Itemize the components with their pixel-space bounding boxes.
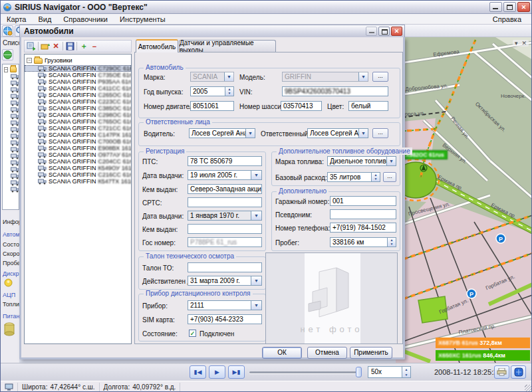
pts-field[interactable]: 78 ТС 850679 xyxy=(188,156,262,166)
skip-forward-button[interactable]: ▶▮ xyxy=(228,365,245,379)
dialog-maximize-button[interactable] xyxy=(378,27,390,36)
tree-item-vehicle[interactable]: SCANIA GRIFFINО977АУ 61rus xyxy=(25,151,131,158)
year-stepper[interactable]: 2005▲▼ xyxy=(190,86,234,96)
vehicle-name: SCANIA GRIFFIN xyxy=(49,98,96,105)
tree-expand-icon[interactable]: − xyxy=(4,67,8,72)
tree-item-vehicle[interactable]: SCANIA GRIFFINС265ОС 61rus xyxy=(25,92,131,98)
brand-select[interactable]: SCANIA▼ xyxy=(190,72,234,82)
model-browse-button[interactable]: ... xyxy=(372,72,388,82)
device-select[interactable]: 2111▼ xyxy=(188,300,262,310)
main-tree-fragment[interactable]: − xyxy=(2,64,19,210)
color-field[interactable]: белый xyxy=(348,101,388,111)
map-panel-menu-icon[interactable]: ▾ xyxy=(515,40,518,47)
ok-button[interactable]: ОК xyxy=(262,347,302,359)
spinner-arrows-icon[interactable]: ▲▼ xyxy=(371,173,380,181)
vehicle-name: SCANIA GRIFFIN xyxy=(49,118,96,125)
play-button[interactable]: ▶ xyxy=(209,365,225,379)
pts-issuer-field[interactable]: Северо-Западная акцизная т xyxy=(188,184,262,194)
tree-item-vehicle[interactable]: SCANIA GRIFFINС223СС 61rus xyxy=(25,98,131,105)
driver-select[interactable]: Лосев Сергей Анатоль▼ xyxy=(189,128,255,138)
menu-help[interactable]: Справка xyxy=(487,15,527,23)
delete-vehicle-button[interactable]: ✕ xyxy=(51,41,61,51)
tree-root-row[interactable]: − Грузовики xyxy=(27,56,131,64)
menu-tools[interactable]: Инструменты xyxy=(114,15,172,23)
add-vehicle-button[interactable] xyxy=(26,41,37,51)
ticket-field[interactable] xyxy=(188,262,262,272)
pts-date-picker[interactable]: 19 июля 2005 г.▼ xyxy=(188,170,262,180)
chassis-number-field[interactable]: 03570413 xyxy=(281,101,322,111)
spinner-arrows-icon[interactable]: ▲▼ xyxy=(225,87,233,96)
tree-item-vehicle[interactable]: SCANIA GRIFFINС735ОЕ 61rus xyxy=(25,72,131,78)
tree-item-vehicle[interactable]: SCANIA GRIFFINС700ОВ 61rus xyxy=(25,138,131,145)
menu-directories[interactable]: Справочники xyxy=(57,15,114,23)
resize-grip[interactable] xyxy=(525,385,531,391)
tree-item-vehicle[interactable]: SCANIA GRIFFINС765ОС 61rus xyxy=(25,118,131,125)
mileage-stepper[interactable]: 338166 км▲▼ xyxy=(330,237,396,247)
add-group-button[interactable]: ＋ xyxy=(78,41,89,51)
minimize-button[interactable] xyxy=(489,2,502,12)
map-mode-button[interactable] xyxy=(511,365,526,379)
tab-sensors[interactable]: Датчики и управляемые выходы xyxy=(179,40,276,52)
sim-field[interactable]: +7(903) 454-2323 xyxy=(188,314,262,324)
menu-view[interactable]: Вид xyxy=(32,15,57,23)
tree-item-vehicle[interactable]: SCANIA GRIFFINС729ОС 61rus xyxy=(25,65,131,72)
speed-spinner[interactable]: ▲▼ xyxy=(402,366,411,378)
speed-input[interactable]: 50x xyxy=(368,366,402,378)
cancel-button[interactable]: Отмена xyxy=(307,347,347,359)
phone-field[interactable]: +7(919) 784-1502 xyxy=(330,223,396,233)
valid-until-picker[interactable]: 31 марта 2009 г.▼ xyxy=(188,276,262,286)
list-globe-button[interactable] xyxy=(2,49,13,60)
map-panel[interactable]: P P Ефремова Добролюбова ул. Щорса ул. О… xyxy=(396,37,532,363)
map-panel-close-icon[interactable]: ✕ xyxy=(521,40,527,47)
parking-icon: P xyxy=(496,234,505,243)
srts-date-picker[interactable]: 1 января 1970 г.▼ xyxy=(188,211,262,221)
fuel-browse-button[interactable]: ... xyxy=(383,172,396,182)
print-track-button[interactable] xyxy=(494,365,509,379)
menu-map[interactable]: Карта xyxy=(1,15,32,23)
printer-icon xyxy=(497,368,507,376)
move-to-group-button[interactable] xyxy=(40,41,51,51)
tree-item-vehicle[interactable]: SCANIA GRIFFINК547ТХ 161rus xyxy=(25,178,131,185)
tree-item-vehicle[interactable]: SCANIA GRIFFINС147РХ 161rus xyxy=(25,132,131,138)
restore-button[interactable] xyxy=(503,2,516,12)
spinner-arrows-icon[interactable]: ▲▼ xyxy=(387,238,396,246)
tree-item-vehicle[interactable]: SCANIA GRIFFINС721СС 61rus xyxy=(25,125,131,132)
tree-collapse-icon[interactable]: − xyxy=(27,58,32,63)
srts-issuer-field[interactable] xyxy=(188,224,262,234)
persons-browse-button[interactable]: ... xyxy=(372,128,388,138)
srts-field[interactable] xyxy=(188,197,262,207)
tab-vehicle[interactable]: Автомобиль xyxy=(136,39,178,52)
dialog-close-button[interactable]: ✕ xyxy=(391,27,402,36)
engine-number-field[interactable]: 8051061 xyxy=(190,101,234,111)
tree-item-vehicle[interactable]: SCANIA GRIFFINС298ОС 61rus xyxy=(25,112,131,118)
base-consumption-stepper[interactable]: 35 литров▲▼ xyxy=(327,172,380,182)
tree-item-vehicle[interactable]: SCANIA GRIFFINР935АА 61rus xyxy=(25,78,131,85)
model-select[interactable]: GRIFFIN▼ xyxy=(282,72,368,82)
tree-item-vehicle[interactable]: SCANIA GRIFFINС385ОС 61rus xyxy=(25,105,131,112)
vin-field[interactable]: 9BSP4X26003570413 xyxy=(282,86,388,96)
gos-number-field[interactable]: Р788РЕ 61_rus xyxy=(188,237,262,247)
globe-tool-button[interactable] xyxy=(2,25,13,37)
dialog-minimize-button[interactable] xyxy=(366,27,377,36)
timeline-slider-thumb[interactable] xyxy=(356,367,362,377)
apply-button[interactable]: Применить xyxy=(350,347,392,359)
pts-date-value: 19 июля 2005 г. xyxy=(190,171,237,179)
connected-checkbox[interactable]: ✓ xyxy=(189,330,196,337)
vehicle-name: SCANIA GRIFFIN xyxy=(49,138,96,145)
timeline-slider-track[interactable] xyxy=(249,371,360,373)
fuel-brand-select[interactable]: Дизельное топливо▼ xyxy=(327,156,396,166)
tree-item-vehicle[interactable]: SCANIA GRIFFINС216СС 61rus xyxy=(25,171,131,178)
tree-item-vehicle[interactable]: SCANIA GRIFFINК549ОУ 161rus xyxy=(25,165,131,171)
nickname-field[interactable] xyxy=(330,209,396,219)
responsible-select[interactable]: Лосев Сергей Анатоль▼ xyxy=(307,128,368,138)
tree-item-vehicle[interactable]: SCANIA GRIFFINС204СС 61rus xyxy=(25,158,131,165)
remove-group-button[interactable]: − xyxy=(89,41,100,51)
close-button[interactable]: ✕ xyxy=(517,2,530,12)
skip-back-button[interactable]: ▮◀ xyxy=(190,365,206,379)
tree-item-vehicle[interactable]: SCANIA GRIFFINЕ908ВХ 161rus xyxy=(25,145,131,151)
vehicle-tree[interactable]: − Грузовики SCANIA GRIFFINС729ОС 61rusSC… xyxy=(24,54,132,344)
tree-item-vehicle[interactable]: SCANIA GRIFFINС411СС 61rus xyxy=(25,85,131,92)
color-label: Цвет: xyxy=(327,103,344,110)
garage-number-field[interactable]: 001 xyxy=(330,196,396,206)
save-button[interactable] xyxy=(65,41,75,51)
